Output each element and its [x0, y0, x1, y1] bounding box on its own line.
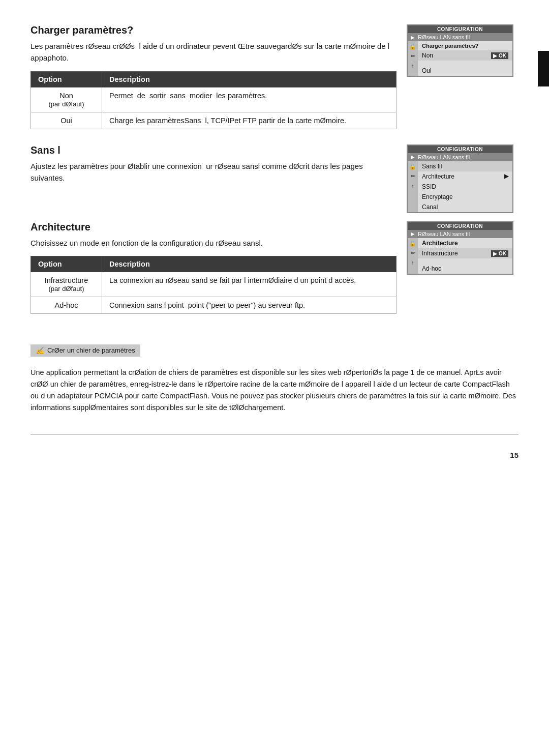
section-architecture-device: Configuration ▶ RØseau LAN sans fil 🔒 ✏ … — [407, 221, 518, 275]
device-row-infrastructure: Infrastructure ▶ OK — [418, 248, 512, 258]
section-charger: Charger paramètres? Les paramètres rØsea… — [30, 24, 518, 139]
subheader-icon: ▶ — [411, 35, 415, 40]
charger-table: Option Description Non(par dØfaut) Perme… — [30, 71, 396, 129]
charger-row1-desc: Permet de sortir sans modier les paramèt… — [102, 87, 396, 112]
device-charger-subheader: ▶ RØseau LAN sans fil — [408, 33, 512, 41]
note-box: ✍ CrØer un chier de paramètres — [30, 344, 140, 357]
table-row: Non(par dØfaut) Permet de sortir sans mo… — [31, 87, 396, 112]
device-sansl: Configuration ▶ RØseau LAN sans fil 🔒 ✏ … — [407, 144, 513, 213]
arch-col-option: Option — [31, 256, 102, 272]
device-oui-label: Oui — [422, 67, 508, 74]
device-sansl-subheader: ▶ RØseau LAN sans fil — [408, 153, 512, 161]
device-row-title: Charger paramètres? — [418, 41, 512, 50]
device-icons: 🔒 ✏ ↑ — [408, 238, 418, 274]
device-sansil-label: Sans fil — [422, 163, 508, 170]
device-architecture-arrow: ▶ — [504, 173, 508, 180]
section-charger-left: Charger paramètres? Les paramètres rØsea… — [30, 24, 396, 139]
arch-row2-option: Ad-hoc — [31, 297, 102, 313]
device-canal-label: Canal — [422, 203, 508, 211]
device-arch-body: 🔒 ✏ ↑ Architecture Infrastructure ▶ OK — [408, 238, 512, 274]
note-label: CrØer un chier de paramètres — [47, 346, 135, 354]
architecture-table: Option Description Infrastructure(par dØ… — [30, 256, 396, 314]
arch-row2-desc: Connexion sans l point point ("peer to p… — [102, 297, 396, 313]
device-arch-header: Configuration — [408, 222, 512, 230]
device-row-canal: Canal — [418, 202, 512, 212]
device-charger-content: Charger paramètres? Non ▶ OK Oui — [418, 41, 512, 76]
subheader-icon: ▶ — [411, 154, 415, 160]
device-charger-body: 🔒 ✏ ↑ Charger paramètres? Non ▶ OK — [408, 41, 512, 76]
device-charger-title-label: Charger paramètres? — [422, 43, 508, 49]
device-adhoc-label: Ad-hoc — [422, 265, 508, 272]
charger-row2-option: Oui — [31, 112, 102, 129]
ok-badge: ▶ OK — [491, 250, 508, 257]
section-charger-title: Charger paramètres? — [30, 24, 396, 36]
arrow-icon: ↑ — [411, 183, 414, 189]
table-row: Oui Charge les paramètresSans l, TCP/IPe… — [31, 112, 396, 129]
pencil-icon: ✏ — [411, 53, 415, 60]
lock-icon: 🔒 — [409, 240, 416, 247]
device-architecture: Configuration ▶ RØseau LAN sans fil 🔒 ✏ … — [407, 221, 513, 275]
subheader-label: RØseau LAN sans fil — [418, 34, 470, 40]
section-architecture-title: Architecture — [30, 221, 396, 233]
charger-row1-option: Non(par dØfaut) — [31, 87, 102, 112]
ok-badge: ▶ OK — [491, 52, 508, 59]
device-infra-label: Infrastructure — [422, 250, 489, 257]
device-arch-subheader: ▶ RØseau LAN sans fil — [408, 230, 512, 238]
device-row-architecture: Architecture ▶ — [418, 171, 512, 182]
divider — [30, 434, 518, 435]
device-row-empty2 — [418, 258, 512, 264]
section-sansl: Sans l Ajustez les paramètres pour Øtabl… — [30, 144, 518, 213]
device-infra-action: ▶ OK — [489, 250, 508, 256]
section-charger-device: Configuration ▶ RØseau LAN sans fil 🔒 ✏ … — [407, 24, 518, 77]
lock-icon: 🔒 — [409, 43, 416, 50]
device-sansl-body: 🔒 ✏ ↑ Sans fil Architecture ▶ SS — [408, 161, 512, 212]
section-architecture: Architecture Choisissez un mode en fonct… — [30, 221, 518, 324]
device-sansl-content: Sans fil Architecture ▶ SSID Encryptage — [418, 161, 512, 212]
page: Charger paramètres? Les paramètres rØsea… — [0, 0, 549, 475]
subheader-icon: ▶ — [411, 231, 415, 237]
charger-row2-desc: Charge les paramètresSans l, TCP/IPet FT… — [102, 112, 396, 129]
device-row-ssid: SSID — [418, 182, 512, 192]
arrow-icon: ↑ — [411, 63, 414, 69]
page-number: 15 — [510, 451, 518, 459]
device-row-encryptage: Encryptage — [418, 192, 512, 202]
device-non-label: Non — [422, 52, 489, 59]
arch-col-description: Description — [102, 256, 396, 272]
table-row: Ad-hoc Connexion sans l point point ("pe… — [31, 297, 396, 313]
device-architecture-label: Architecture — [422, 173, 504, 180]
section-architecture-left: Architecture Choisissez un mode en fonct… — [30, 221, 396, 324]
section-charger-body: Les paramètres rØseau crØØs l aide d un … — [30, 40, 396, 64]
device-row-non: Non ▶ OK — [418, 50, 512, 61]
pencil-icon: ✏ — [411, 173, 415, 180]
arch-row1-option: Infrastructure(par dØfaut) — [31, 272, 102, 297]
lock-icon: 🔒 — [409, 163, 416, 170]
note-icon: ✍ — [36, 346, 44, 355]
table-row: Infrastructure(par dØfaut) La connexion … — [31, 272, 396, 297]
note-body: Une application permettant la crØation d… — [30, 367, 518, 414]
device-arch-title-label: Architecture — [422, 240, 508, 247]
device-charger-header: Configuration — [408, 25, 512, 33]
black-tab — [538, 51, 549, 86]
device-charger: Configuration ▶ RØseau LAN sans fil 🔒 ✏ … — [407, 24, 513, 77]
device-sansl-header: Configuration — [408, 146, 512, 153]
device-row-sansfilLabel: Sans fil — [418, 161, 512, 171]
section-sansl-title: Sans l — [30, 144, 396, 156]
subheader-label: RØseau LAN sans fil — [418, 154, 470, 160]
section-sansl-body: Ajustez les paramètres pour Øtablir une … — [30, 160, 396, 184]
device-row-arch-title: Architecture — [418, 238, 512, 248]
section-sansl-device: Configuration ▶ RØseau LAN sans fil 🔒 ✏ … — [407, 144, 518, 213]
pencil-icon: ✏ — [411, 250, 415, 256]
charger-col-description: Description — [102, 71, 396, 87]
device-non-action: ▶ OK — [489, 52, 508, 59]
device-icons: 🔒 ✏ ↑ — [408, 41, 418, 76]
section-architecture-body: Choisissez un mode en fonction de la con… — [30, 237, 396, 249]
arrow-icon: ↑ — [411, 259, 414, 266]
arch-row1-desc: La connexion au rØseau sand se fait par … — [102, 272, 396, 297]
device-encryptage-label: Encryptage — [422, 193, 508, 200]
charger-col-option: Option — [31, 71, 102, 87]
section-sansl-left: Sans l Ajustez les paramètres pour Øtabl… — [30, 144, 396, 191]
device-arch-content: Architecture Infrastructure ▶ OK Ad-hoc — [418, 238, 512, 274]
subheader-label: RØseau LAN sans fil — [418, 231, 470, 237]
device-row-empty — [418, 61, 512, 66]
device-icons: 🔒 ✏ ↑ — [408, 161, 418, 212]
